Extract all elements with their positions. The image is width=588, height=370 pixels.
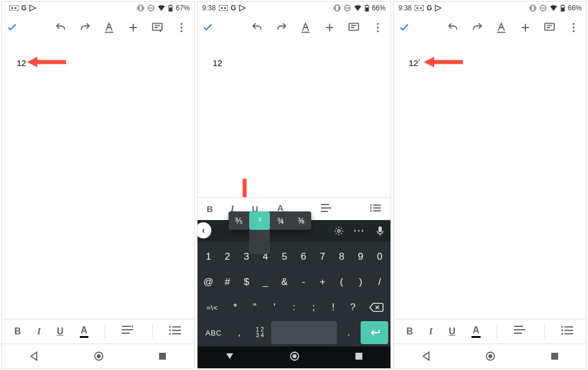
home-nav-icon[interactable] xyxy=(289,350,300,364)
recent-nav-icon[interactable] xyxy=(550,352,559,361)
key[interactable]: $ xyxy=(238,271,255,294)
key[interactable]: ) xyxy=(352,271,369,294)
key[interactable]: - xyxy=(295,271,312,294)
home-nav-icon[interactable] xyxy=(93,350,105,362)
battery-icon xyxy=(168,5,173,11)
key[interactable]: ? xyxy=(344,296,361,319)
key[interactable]: ( xyxy=(333,271,350,294)
key[interactable]: ! xyxy=(324,296,342,319)
back-nav-icon[interactable] xyxy=(29,351,39,361)
recent-nav-icon[interactable] xyxy=(158,352,167,361)
done-check-icon[interactable] xyxy=(5,21,19,34)
key[interactable]: + xyxy=(314,271,331,294)
svg-rect-0 xyxy=(9,5,18,11)
popup-opt[interactable]: ⅜ xyxy=(291,211,311,230)
key-numpad[interactable]: 1 23 4 xyxy=(251,321,268,344)
bold-button[interactable]: B xyxy=(207,204,213,214)
insert-icon[interactable] xyxy=(519,21,532,34)
format-icon[interactable] xyxy=(494,21,508,34)
key[interactable]: ; xyxy=(305,296,322,319)
key-abc[interactable]: ABC xyxy=(200,321,227,344)
document-canvas[interactable]: 12 xyxy=(2,41,194,319)
key[interactable]: 5 xyxy=(276,245,293,268)
svg-point-29 xyxy=(377,30,378,32)
key-period[interactable]: . xyxy=(339,321,359,344)
doc-text: 12³ xyxy=(409,58,420,68)
popup-opt[interactable]: ⅗ xyxy=(229,211,249,230)
back-nav-icon[interactable] xyxy=(421,351,431,361)
overflow-icon[interactable] xyxy=(175,21,188,34)
svg-point-10 xyxy=(181,26,183,28)
key[interactable]: 6 xyxy=(295,245,312,268)
bold-button[interactable]: B xyxy=(407,326,413,337)
svg-point-20 xyxy=(224,7,226,9)
comment-icon[interactable] xyxy=(150,21,164,34)
underline-button[interactable]: U xyxy=(57,326,64,337)
textcolor-button[interactable]: A xyxy=(80,325,89,338)
insert-icon[interactable] xyxy=(323,21,336,34)
key[interactable]: _ xyxy=(257,271,274,294)
svg-rect-38 xyxy=(415,5,424,11)
list-button[interactable] xyxy=(169,326,181,337)
popup-opt[interactable]: ¾ xyxy=(270,211,291,230)
key[interactable]: : xyxy=(285,296,303,319)
more-icon[interactable]: ··· xyxy=(349,226,370,236)
done-check-icon[interactable] xyxy=(397,21,411,34)
key-comma[interactable]: , xyxy=(230,321,249,344)
italic-button[interactable]: I xyxy=(429,326,432,337)
key[interactable]: 2 xyxy=(219,245,235,268)
key-space[interactable] xyxy=(271,321,337,344)
align-button[interactable] xyxy=(513,325,528,338)
overflow-icon[interactable] xyxy=(567,21,581,34)
undo-icon[interactable] xyxy=(446,21,460,34)
document-canvas[interactable]: 12 B I U A ⅗ ³ ¾ ⅜ xyxy=(198,41,390,368)
bold-button[interactable]: B xyxy=(14,326,21,337)
insert-icon[interactable] xyxy=(126,21,140,34)
key[interactable]: # xyxy=(219,271,235,294)
format-icon[interactable] xyxy=(299,21,312,34)
redo-icon[interactable] xyxy=(470,21,484,34)
list-button[interactable] xyxy=(561,326,574,337)
collapse-keyboard-icon[interactable]: ‹ xyxy=(197,222,211,238)
key[interactable]: / xyxy=(372,271,388,294)
mic-icon[interactable] xyxy=(370,226,390,236)
key-enter[interactable] xyxy=(361,321,388,344)
italic-button[interactable]: I xyxy=(37,326,41,337)
key[interactable]: 1 xyxy=(200,245,216,268)
comment-icon[interactable] xyxy=(347,21,361,34)
popup-selected[interactable]: ³ xyxy=(249,211,270,230)
redo-icon[interactable] xyxy=(78,21,92,34)
align-button[interactable] xyxy=(121,325,136,338)
key[interactable]: * xyxy=(227,296,244,319)
undo-icon[interactable] xyxy=(54,21,68,34)
home-nav-icon[interactable] xyxy=(485,350,496,362)
svg-rect-6 xyxy=(170,5,171,6)
svg-point-49 xyxy=(572,30,574,32)
svg-rect-21 xyxy=(335,5,339,11)
format-icon[interactable] xyxy=(102,21,116,34)
comment-icon[interactable] xyxy=(543,21,556,34)
key[interactable]: " xyxy=(246,296,264,319)
recent-nav-icon[interactable] xyxy=(355,352,363,363)
redo-icon[interactable] xyxy=(274,21,288,34)
document-canvas[interactable]: 12³ xyxy=(394,41,586,319)
list-button[interactable] xyxy=(370,204,381,214)
done-check-icon[interactable] xyxy=(201,21,215,34)
key[interactable]: & xyxy=(276,271,293,294)
key-symbols[interactable]: =\< xyxy=(200,296,224,319)
undo-icon[interactable] xyxy=(250,21,264,34)
key[interactable]: @ xyxy=(200,271,216,294)
key[interactable]: 9 xyxy=(352,245,369,268)
svg-point-12 xyxy=(169,326,171,327)
overflow-icon[interactable] xyxy=(371,21,385,34)
key[interactable]: 7 xyxy=(314,245,331,268)
key[interactable]: 0 xyxy=(372,245,388,268)
backspace-key[interactable] xyxy=(364,296,388,319)
settings-icon[interactable] xyxy=(328,226,349,236)
underline-button[interactable]: U xyxy=(449,326,456,337)
textcolor-button[interactable]: A xyxy=(471,325,481,338)
key[interactable]: ' xyxy=(266,296,283,319)
back-nav-icon[interactable] xyxy=(225,352,234,363)
key[interactable]: 8 xyxy=(333,245,350,268)
align-button[interactable] xyxy=(320,203,334,215)
